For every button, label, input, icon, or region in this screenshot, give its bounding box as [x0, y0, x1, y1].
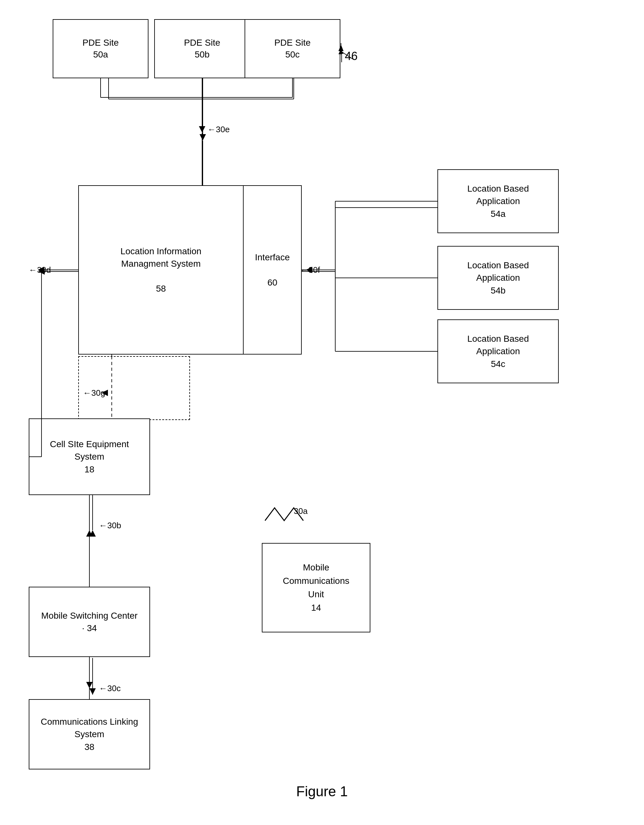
interface-label: Interface 60 [255, 251, 290, 289]
label-30f: ←30f [300, 265, 320, 275]
lba-c-label: Location Based Application 54c [467, 332, 529, 370]
cls-box: Communications Linking System 38 [29, 699, 150, 769]
figure-title: Figure 1 [0, 783, 644, 799]
label-30a: 30a [262, 501, 313, 529]
cse-label: Cell SIte Equipment System 18 [50, 438, 129, 476]
cls-label: Communications Linking System 38 [40, 715, 138, 753]
lims-interface-outer-box: Location Information Managment System 58… [78, 185, 302, 355]
lba-b-box: Location Based Application 54b [437, 246, 559, 310]
label-30e: ←30e [207, 125, 230, 134]
pde-site-b-box: PDE Site 50b [154, 19, 250, 78]
pde-site-b-label: PDE Site 50b [184, 37, 220, 60]
cse-box: Cell SIte Equipment System 18 [29, 419, 150, 495]
label-30b: ←30b [99, 521, 121, 530]
lba-a-label: Location Based Application 54a [467, 182, 529, 220]
pde-site-a-label: PDE Site 50a [82, 37, 119, 60]
label-30d: ←30d [29, 265, 51, 275]
svg-marker-15 [90, 530, 96, 536]
msc-box: Mobile Switching Center · 34 [29, 587, 150, 657]
svg-marker-17 [90, 688, 96, 695]
lims-label: Location Information Managment System 58 [120, 245, 201, 295]
label-30a-text: 30a [294, 506, 307, 516]
lba-c-box: Location Based Application 54c [437, 320, 559, 383]
svg-marker-44 [86, 530, 93, 536]
svg-marker-5 [199, 134, 206, 141]
lba-a-box: Location Based Application 54a [437, 169, 559, 233]
diagram: PDE Site 50a PDE Site 50b PDE Site 50c 4… [0, 0, 644, 825]
label-30g: ←30g [83, 388, 105, 398]
label-30c: ←30c [99, 683, 121, 694]
msc-label: Mobile Switching Center · 34 [41, 609, 137, 634]
pde-site-a-box: PDE Site 50a [53, 19, 148, 78]
mcu-label: Mobile Communications Unit 14 [283, 561, 350, 615]
svg-marker-46 [86, 682, 93, 688]
label-46: 46 [345, 49, 358, 63]
mcu-box: Mobile Communications Unit 14 [262, 543, 371, 632]
svg-marker-34 [199, 126, 205, 133]
pde-site-c-box: PDE Site 50c [245, 19, 340, 78]
svg-line-25 [341, 46, 341, 56]
pde-site-c-label: PDE Site 50c [274, 37, 310, 60]
lba-b-label: Location Based Application 54b [467, 259, 529, 297]
